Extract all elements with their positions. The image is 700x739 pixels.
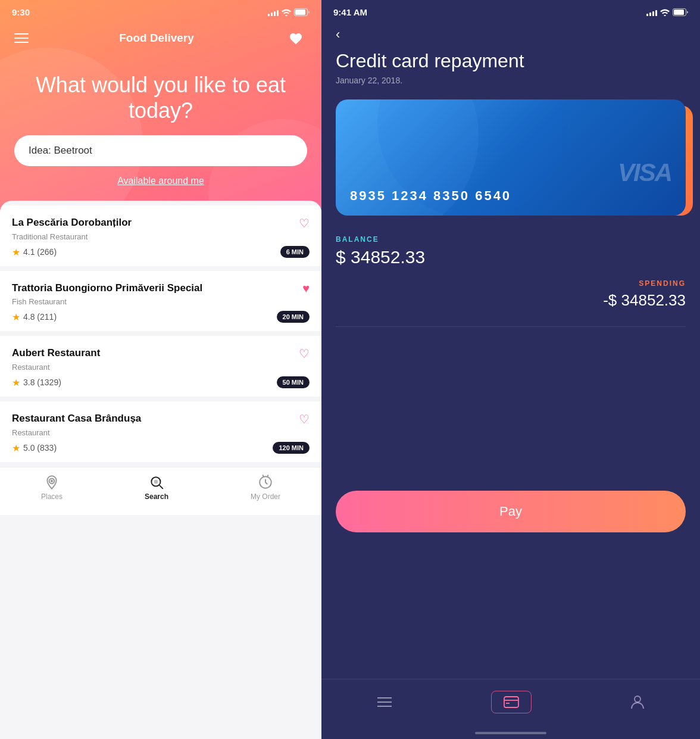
rating-value: 5.0 (833) — [23, 443, 57, 453]
top-nav: Food Delivery — [0, 17, 321, 54]
restaurant-name: La Pescăria Dorobanților — [12, 216, 299, 229]
menu-icon — [377, 697, 392, 707]
restaurant-name: Aubert Restaurant — [12, 347, 299, 360]
restaurant-header: Aubert Restaurant ♡ — [12, 347, 310, 361]
restaurant-footer: ★ 3.8 (1329) 50 MIN — [12, 376, 310, 388]
restaurant-header: Restaurant Casa Brândușa ♡ — [12, 412, 310, 426]
restaurant-name: Trattoria Buongiorno Primăverii Special — [12, 282, 302, 295]
nav-label-myorder: My Order — [251, 492, 280, 501]
favorite-icon[interactable]: ♥ — [302, 282, 310, 295]
menu-button[interactable] — [14, 33, 29, 43]
svg-rect-9 — [674, 10, 684, 15]
back-button[interactable]: ‹ — [336, 27, 686, 42]
restaurant-footer: ★ 5.0 (833) 120 MIN — [12, 442, 310, 454]
wifi-icon — [282, 9, 291, 16]
nav-item-myorder[interactable]: My Order — [251, 475, 280, 501]
restaurant-type: Fish Restaurant — [12, 297, 310, 306]
hero-heading: What would you like to eat today? — [24, 72, 298, 123]
card-container: VISA 8935 1234 8350 6540 — [336, 99, 686, 219]
left-panel: 9:30 Food Delivery — [0, 0, 321, 739]
rating: ★ 4.1 (266) — [12, 247, 57, 258]
time-badge: 50 MIN — [277, 376, 310, 388]
restaurant-name: Restaurant Casa Brândușa — [12, 412, 299, 425]
svg-point-6 — [154, 480, 158, 484]
favorite-icon[interactable]: ♡ — [299, 347, 310, 361]
spending-amount: -$ 34852.33 — [336, 291, 686, 310]
nav-item-places[interactable]: Places — [41, 475, 62, 501]
card-icon — [504, 696, 519, 708]
status-icons-right — [646, 8, 688, 16]
svg-line-5 — [160, 485, 163, 489]
rating-value: 4.8 (211) — [23, 312, 57, 322]
rating: ★ 4.8 (211) — [12, 311, 57, 323]
user-icon — [631, 695, 644, 709]
page-date: January 22, 2018. — [336, 76, 686, 85]
favorite-button[interactable] — [285, 27, 307, 49]
time-badge: 120 MIN — [273, 442, 310, 454]
nav-item-menu[interactable] — [365, 692, 404, 712]
pay-button[interactable]: Pay — [336, 491, 686, 532]
restaurant-header: La Pescăria Dorobanților ♡ — [12, 216, 310, 230]
rating: ★ 5.0 (833) — [12, 442, 57, 454]
favorite-icon[interactable]: ♡ — [299, 412, 310, 426]
restaurant-item[interactable]: La Pescăria Dorobanților ♡ Traditional R… — [0, 205, 321, 266]
svg-point-3 — [51, 480, 53, 482]
battery-icon-right — [673, 8, 688, 16]
nav-label-search: Search — [145, 492, 168, 501]
right-panel: 9:41 AM ‹ Credit card repayment January … — [321, 0, 700, 739]
places-icon — [44, 475, 60, 490]
restaurant-item[interactable]: Trattoria Buongiorno Primăverii Special … — [0, 271, 321, 331]
right-header: ‹ Credit card repayment January 22, 2018… — [321, 17, 700, 99]
svg-point-18 — [635, 696, 640, 702]
restaurant-item[interactable]: Restaurant Casa Brândușa ♡ Restaurant ★ … — [0, 401, 321, 462]
balance-section: BALANCE $ 34852.33 — [321, 235, 700, 279]
nav-item-user[interactable] — [619, 690, 656, 714]
restaurant-item[interactable]: Aubert Restaurant ♡ Restaurant ★ 3.8 (13… — [0, 336, 321, 397]
svg-rect-15 — [504, 697, 518, 707]
search-icon — [149, 475, 164, 490]
nav-item-card[interactable] — [491, 691, 532, 713]
status-icons-left — [268, 8, 310, 16]
restaurant-header: Trattoria Buongiorno Primăverii Special … — [12, 282, 310, 295]
credit-card: VISA 8935 1234 8350 6540 — [336, 99, 686, 216]
rating-value: 3.8 (1329) — [23, 378, 61, 387]
star-icon: ★ — [12, 311, 20, 323]
bottom-nav: Places Search My Order — [0, 467, 321, 515]
available-anchor[interactable]: Available around me — [117, 176, 204, 186]
restaurant-type: Restaurant — [12, 428, 310, 437]
spending-section: SPENDING -$ 34852.33 — [321, 279, 700, 310]
star-icon: ★ — [12, 247, 20, 258]
star-icon: ★ — [12, 377, 20, 388]
status-bar-left: 9:30 — [0, 0, 321, 17]
spending-label: SPENDING — [336, 279, 686, 288]
signal-icon-right — [646, 9, 657, 16]
favorite-icon[interactable]: ♡ — [299, 216, 310, 230]
rating: ★ 3.8 (1329) — [12, 377, 61, 388]
signal-icon — [268, 9, 279, 16]
divider — [336, 326, 686, 327]
time-badge: 6 MIN — [280, 246, 310, 258]
restaurant-list: La Pescăria Dorobanților ♡ Traditional R… — [0, 201, 321, 739]
card-number: 8935 1234 8350 6540 — [350, 188, 671, 204]
available-link[interactable]: Available around me — [0, 176, 321, 186]
right-bottom-nav — [321, 679, 700, 732]
balance-amount: $ 34852.33 — [336, 247, 686, 267]
battery-icon — [294, 8, 310, 16]
search-bar[interactable] — [14, 135, 307, 166]
hero-section: What would you like to eat today? — [0, 54, 321, 135]
wifi-icon-right — [660, 9, 670, 16]
app-title: Food Delivery — [119, 32, 194, 45]
restaurant-type: Traditional Restaurant — [12, 232, 310, 241]
restaurant-type: Restaurant — [12, 363, 310, 372]
status-bar-right: 9:41 AM — [321, 0, 700, 17]
pay-section: Pay — [321, 344, 700, 679]
balance-label: BALANCE — [336, 235, 686, 244]
restaurant-footer: ★ 4.8 (211) 20 MIN — [12, 311, 310, 323]
page-title: Credit card repayment — [336, 49, 686, 72]
search-input[interactable] — [29, 145, 293, 157]
time-left: 9:30 — [12, 7, 30, 17]
myorder-icon — [258, 475, 273, 490]
restaurant-footer: ★ 4.1 (266) 6 MIN — [12, 246, 310, 258]
nav-item-search[interactable]: Search — [145, 475, 168, 501]
heart-icon — [289, 32, 303, 45]
